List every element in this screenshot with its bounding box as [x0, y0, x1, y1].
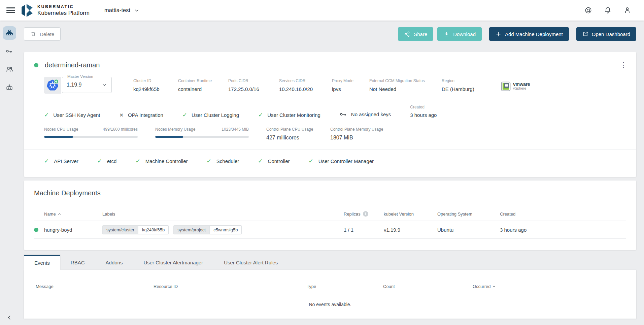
machine-deployments-card: Machine Deployments Name Labels Replicas…	[24, 181, 636, 250]
left-nav-rail	[0, 21, 19, 325]
machine-deployments-title: Machine Deployments	[34, 189, 626, 197]
machine-deployment-row[interactable]: hungry-boyd system/cluster kq249kf65b sy…	[34, 221, 626, 239]
field-services-cidr: Services CIDR10.240.16.0/20	[279, 78, 332, 92]
key-icon	[340, 111, 347, 118]
cluster-name: determined-raman	[45, 61, 100, 69]
feature-user-cluster-monitoring: ✓ User Cluster Monitoring	[258, 112, 320, 118]
ssh-keys-status: No assigned keys	[340, 111, 391, 118]
cluster-toolbar: Delete Share Download Add Mac	[24, 27, 636, 41]
chevron-left-icon	[6, 314, 13, 321]
events-table-header: Message Resource ID Type Count Occurred	[24, 278, 636, 295]
cluster-card: determined-raman ⋮ Master	[24, 52, 636, 177]
md-kubelet-version: v1.19.9	[384, 227, 437, 233]
health-controller: ✓ Controller	[258, 158, 290, 164]
machine-deployments-table-header: Name Labels Replicas i kubelet Version O…	[34, 207, 626, 221]
field-pods-cidr: Pods CIDR172.25.0.0/16	[228, 78, 279, 92]
add-machine-deployment-button[interactable]: Add Machine Deployment	[489, 27, 569, 41]
brand-subtitle: Kubernetes Platform	[37, 10, 90, 17]
events-empty-message: No events available.	[24, 295, 636, 307]
share-icon	[404, 31, 410, 37]
md-status-dot	[34, 228, 38, 232]
check-icon: ✓	[44, 112, 49, 118]
share-button[interactable]: Share	[398, 27, 433, 41]
notifications-bell-icon[interactable]	[604, 6, 612, 14]
field-container-runtime: Container Runtimecontainerd	[178, 78, 228, 92]
brand-name: KUBERMATIC	[37, 4, 90, 9]
chevron-down-icon	[102, 82, 107, 88]
feature-user-cluster-logging: ✓ User Cluster Logging	[182, 112, 239, 118]
control-plane-memory-usage: Control Plane Memory Usage 1807 MiB	[330, 127, 394, 141]
sort-by-name[interactable]: Name	[44, 212, 61, 217]
delete-button[interactable]: Delete	[24, 27, 61, 41]
brand-logo: KUBERMATIC Kubernetes Platform	[21, 3, 90, 18]
md-replicas: 1 / 1	[344, 227, 384, 233]
nav-members-icon[interactable]	[3, 63, 16, 76]
download-icon	[443, 31, 450, 37]
tab-user-cluster-alertmanager[interactable]: User Cluster Alertmanager	[133, 255, 213, 270]
health-api-server: ✓ API Server	[44, 158, 78, 164]
tab-user-cluster-alert-rules[interactable]: User Cluster Alert Rules	[213, 255, 288, 270]
health-machine-controller: ✓ Machine Controller	[135, 158, 188, 164]
cluster-actions-kebab-icon[interactable]: ⋮	[619, 60, 628, 70]
tab-rbac[interactable]: RBAC	[60, 255, 95, 270]
md-labels: system/cluster kq249kf65b system/project…	[102, 225, 344, 234]
close-icon: ✕	[119, 112, 124, 118]
health-etcd: ✓ etcd	[97, 158, 117, 164]
trash-icon	[30, 31, 36, 37]
field-ccm-migration-status: External CCM Migration StatusNot Needed	[369, 78, 442, 92]
feature-opa-integration: ✕ OPA Integration	[119, 112, 163, 118]
help-icon[interactable]	[584, 6, 592, 14]
nodes-cpu-usage: Nodes CPU Usage 499/1600 millicores	[44, 127, 138, 141]
md-created: 3 hours ago	[500, 227, 626, 233]
vsphere-icon	[501, 82, 511, 91]
project-selector[interactable]: mattia-test	[104, 7, 139, 13]
control-plane-cpu-usage: Control Plane CPU Usage 427 millicores	[266, 127, 330, 141]
cluster-usage-row: Nodes CPU Usage 499/1600 millicores Node…	[44, 127, 626, 141]
nav-clusters-icon[interactable]	[3, 26, 16, 40]
check-icon: ✓	[207, 158, 211, 164]
feature-ssh-key-agent: ✓ User SSH Key Agent	[44, 112, 100, 118]
tab-addons[interactable]: Addons	[95, 255, 133, 270]
nav-service-accounts-icon[interactable]	[3, 81, 16, 94]
check-icon: ✓	[309, 158, 313, 164]
open-dashboard-button[interactable]: Open Dashboard	[576, 27, 636, 41]
events-panel: Message Resource ID Type Count Occurred …	[24, 270, 636, 319]
sort-by-occurred[interactable]: Occurred	[473, 284, 496, 289]
kubernetes-logo-icon	[44, 77, 61, 94]
md-operating-system: Ubuntu	[437, 227, 500, 233]
master-version-value: 1.19.9	[67, 82, 81, 88]
sort-asc-icon	[58, 212, 61, 216]
md-name: hungry-boyd	[44, 227, 102, 233]
external-link-icon	[582, 31, 588, 37]
label-chip: system/project c5wnmslg5b	[173, 225, 242, 234]
project-name: mattia-test	[104, 7, 130, 13]
tab-events[interactable]: Events	[24, 255, 60, 270]
check-icon: ✓	[135, 158, 140, 164]
sort-desc-icon	[492, 285, 496, 288]
check-icon: ✓	[258, 158, 263, 164]
control-plane-health-row: ✓ API Server ✓ etcd ✓ Machine Controller…	[44, 158, 626, 164]
menu-icon[interactable]	[6, 6, 15, 15]
nav-ssh-keys-icon[interactable]	[3, 44, 16, 58]
plus-icon	[495, 31, 502, 37]
master-version-select[interactable]: Master Version 1.19.9	[62, 77, 112, 93]
replicas-info-icon[interactable]: i	[363, 211, 368, 217]
nodes-memory-usage: Nodes Memory Usage 1023/3445 MiB	[155, 127, 249, 141]
field-region: RegionDE (Hamburg)	[442, 78, 501, 92]
check-icon: ✓	[258, 112, 263, 118]
app-header: KUBERMATIC Kubernetes Platform mattia-te…	[0, 0, 644, 21]
nodes-memory-progressbar	[155, 136, 249, 138]
download-button[interactable]: Download	[437, 27, 482, 41]
nodes-cpu-progressbar	[44, 136, 138, 138]
user-account-icon[interactable]	[623, 6, 631, 14]
provider-vsphere-logo: vmware vSphere	[501, 80, 530, 92]
health-scheduler: ✓ Scheduler	[207, 158, 239, 164]
collapse-sidebar-button[interactable]	[0, 314, 19, 321]
cluster-tabs: Events RBAC Addons User Cluster Alertman…	[24, 255, 636, 270]
cluster-created: Created 3 hours ago	[410, 105, 437, 118]
label-chip: system/cluster kq249kf65b	[102, 225, 169, 234]
check-icon: ✓	[44, 158, 49, 164]
kubermatic-logo-icon	[21, 3, 34, 18]
chevron-down-icon	[134, 8, 139, 13]
card-divider	[24, 150, 636, 150]
